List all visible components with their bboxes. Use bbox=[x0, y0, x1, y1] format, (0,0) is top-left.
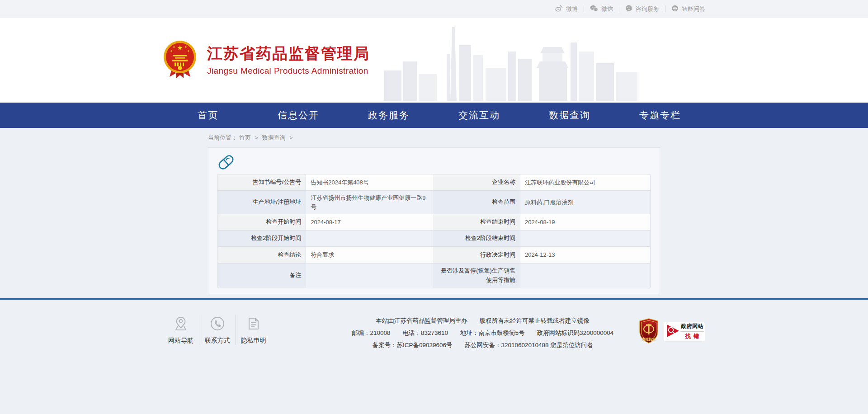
nav-item-special-topics[interactable]: 专题专栏 bbox=[615, 103, 705, 128]
table-row: 生产地址/注册地址 江苏省扬州市扬州生物健康产业园健康一路9号 检查范围 原料药… bbox=[218, 191, 651, 214]
consult-service-label: 咨询服务 bbox=[636, 5, 659, 13]
breadcrumb-separator: > bbox=[289, 134, 293, 141]
field-label-company-name: 企业名称 bbox=[434, 174, 520, 191]
field-label-inspection-start: 检查开始时间 bbox=[218, 214, 306, 231]
breadcrumb-separator: > bbox=[255, 134, 258, 141]
site-title-block: 江苏省药品监督管理局 Jiangsu Medical Products Admi… bbox=[207, 45, 370, 75]
footer-line-host: 本站由江苏省药品监督管理局主办 版权所有未经许可禁止转载或者建立镜像 bbox=[352, 315, 613, 327]
chat-bubble-icon bbox=[625, 5, 632, 13]
wechat-link[interactable]: 微信 bbox=[584, 5, 619, 13]
error-report-badge-text: 政府网站 找错 bbox=[680, 323, 704, 340]
inspection-detail-table: 告知书编号/公告号 告知书2024年第408号 企业名称 江苏联环药业股份有限公… bbox=[217, 174, 651, 288]
breadcrumb-link-home[interactable]: 首页 bbox=[239, 134, 251, 141]
nav-item-gov-services[interactable]: 政务服务 bbox=[344, 103, 434, 128]
robot-icon bbox=[671, 5, 679, 13]
svg-text:★: ★ bbox=[184, 45, 187, 48]
party-gov-shield-badge[interactable]: 党政机关 bbox=[638, 318, 659, 345]
table-row: 告知书编号/公告号 告知书2024年第408号 企业名称 江苏联环药业股份有限公… bbox=[218, 174, 651, 191]
site-footer: 网站导航 联系方式 bbox=[0, 298, 868, 414]
site-subtitle: Jiangsu Medical Products Administration bbox=[207, 66, 370, 76]
weibo-icon bbox=[555, 5, 563, 13]
field-value-notice-number: 告知书2024年第408号 bbox=[306, 174, 434, 191]
site-title: 江苏省药品监督管理局 bbox=[207, 45, 370, 62]
table-row: 检查2阶段开始时间 检查2阶段结束时间 bbox=[218, 231, 651, 247]
site-logo-block[interactable]: ★ ★ ★ ★ ★ 江苏省药品监督管理局 Jiangsu Medi bbox=[163, 40, 370, 81]
field-label-admin-decision-date: 行政决定时间 bbox=[434, 247, 520, 263]
inspection-detail-panel: 告知书编号/公告号 告知书2024年第408号 企业名称 江苏联环药业股份有限公… bbox=[208, 147, 660, 294]
main-navigation: 首页 信息公开 政务服务 交流互动 数据查询 专题专栏 bbox=[0, 103, 868, 128]
footer-badges: 党政机关 政府网站 找错 bbox=[638, 318, 705, 345]
badge-text-find-error: 找错 bbox=[680, 332, 704, 340]
field-value-admin-decision-date: 2024-12-13 bbox=[520, 247, 650, 263]
field-value-phase2-start bbox=[306, 231, 434, 247]
svg-text:党政机关: 党政机关 bbox=[642, 337, 656, 341]
svg-text:★: ★ bbox=[173, 45, 175, 48]
table-row: 备注 是否涉及暂停(恢复)生产销售使用等措施 bbox=[218, 263, 651, 288]
nav-item-home[interactable]: 首页 bbox=[163, 103, 253, 128]
field-label-phase2-end: 检查2阶段结束时间 bbox=[434, 231, 520, 247]
magnifier-triangle-icon bbox=[665, 323, 680, 341]
field-label-inspection-end: 检查结束时间 bbox=[434, 214, 520, 231]
field-value-phase2-end bbox=[520, 231, 650, 247]
footer-link-label: 联系方式 bbox=[201, 337, 233, 345]
wechat-label: 微信 bbox=[601, 5, 613, 13]
svg-text:★: ★ bbox=[170, 49, 173, 52]
field-label-remarks: 备注 bbox=[218, 263, 306, 288]
breadcrumb: 当前位置： 首页 > 数据查询 > bbox=[208, 128, 660, 147]
table-row: 检查结论 符合要求 行政决定时间 2024-12-13 bbox=[218, 247, 651, 263]
nav-item-data-query[interactable]: 数据查询 bbox=[524, 103, 615, 128]
consult-service-link[interactable]: 咨询服务 bbox=[619, 5, 665, 13]
nav-item-info-disclosure[interactable]: 信息公开 bbox=[253, 103, 344, 128]
map-pin-icon bbox=[165, 315, 197, 331]
field-value-inspection-conclusion: 符合要求 bbox=[306, 247, 434, 263]
footer-link-contact[interactable]: 联系方式 bbox=[199, 315, 235, 345]
main-content: 当前位置： 首页 > 数据查询 > bbox=[0, 128, 868, 298]
field-label-phase2-start: 检查2阶段开始时间 bbox=[218, 231, 306, 247]
footer-quick-links: 网站导航 联系方式 bbox=[163, 315, 271, 345]
breadcrumb-link-data-query[interactable]: 数据查询 bbox=[262, 134, 285, 141]
footer-copyright-block: 本站由江苏省药品监督管理局主办 版权所有未经许可禁止转载或者建立镜像 邮编：21… bbox=[352, 315, 613, 351]
field-value-inspection-scope: 原料药,口服溶液剂 bbox=[520, 191, 650, 214]
footer-line-icp: 备案号：苏ICP备09039606号 苏公网安备：32010602010488 … bbox=[352, 339, 613, 351]
field-value-company-name: 江苏联环药业股份有限公司 bbox=[520, 174, 650, 191]
national-emblem-icon: ★ ★ ★ ★ ★ bbox=[163, 40, 197, 81]
field-value-production-address: 江苏省扬州市扬州生物健康产业园健康一路9号 bbox=[306, 191, 434, 214]
footer-link-label: 网站导航 bbox=[165, 337, 197, 345]
smart-qa-label: 智能问答 bbox=[682, 5, 705, 13]
field-value-remarks bbox=[306, 263, 434, 288]
wechat-icon bbox=[590, 5, 598, 13]
footer-line-contact: 邮编：210008 电话：83273610 地址：南京市鼓楼街5号 政府网站标识… bbox=[352, 327, 613, 339]
field-label-inspection-scope: 检查范围 bbox=[434, 191, 520, 214]
table-row: 检查开始时间 2024-08-17 检查结束时间 2024-08-19 bbox=[218, 214, 651, 231]
svg-text:★: ★ bbox=[177, 44, 183, 52]
weibo-label: 微博 bbox=[566, 5, 578, 13]
phone-icon bbox=[201, 315, 233, 331]
badge-text-gov-site: 政府网站 bbox=[680, 323, 704, 332]
document-icon bbox=[237, 315, 269, 331]
footer-link-site-map[interactable]: 网站导航 bbox=[163, 315, 199, 345]
field-label-suspension-measures: 是否涉及暂停(恢复)生产销售使用等措施 bbox=[434, 263, 520, 288]
footer-link-privacy[interactable]: 隐私申明 bbox=[235, 315, 271, 345]
field-value-inspection-start: 2024-08-17 bbox=[306, 214, 434, 231]
field-label-notice-number: 告知书编号/公告号 bbox=[218, 174, 306, 191]
breadcrumb-prefix: 当前位置： bbox=[208, 134, 237, 141]
field-label-inspection-conclusion: 检查结论 bbox=[218, 247, 306, 263]
smart-qa-link[interactable]: 智能问答 bbox=[665, 5, 705, 13]
city-skyline-illustration bbox=[384, 26, 637, 103]
field-value-inspection-end: 2024-08-19 bbox=[520, 214, 650, 231]
gov-site-error-report-badge[interactable]: 政府网站 找错 bbox=[664, 322, 705, 342]
site-header: ★ ★ ★ ★ ★ 江苏省药品监督管理局 Jiangsu Medi bbox=[0, 18, 868, 103]
field-value-suspension-measures bbox=[520, 263, 650, 288]
pill-icon bbox=[217, 154, 235, 173]
svg-text:★: ★ bbox=[187, 49, 190, 52]
footer-link-label: 隐私申明 bbox=[237, 337, 269, 345]
field-label-production-address: 生产地址/注册地址 bbox=[218, 191, 306, 214]
nav-item-interaction[interactable]: 交流互动 bbox=[434, 103, 524, 128]
top-utility-bar: 微博 微信 咨询服务 智能问答 bbox=[0, 0, 868, 18]
weibo-link[interactable]: 微博 bbox=[549, 5, 584, 13]
